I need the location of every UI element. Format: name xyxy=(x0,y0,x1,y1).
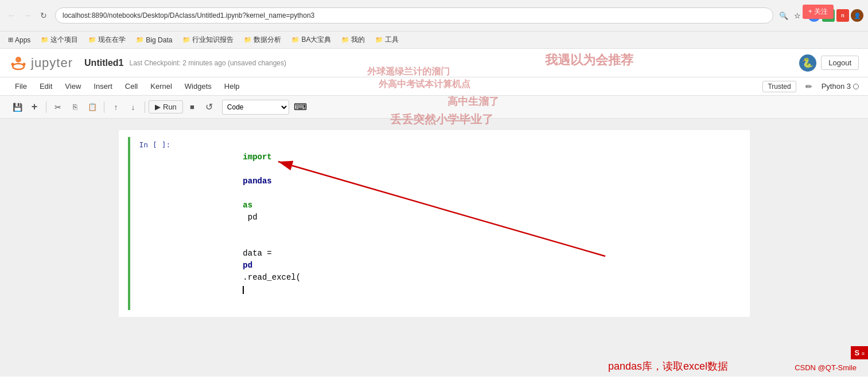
forward-button[interactable]: → xyxy=(21,9,34,22)
extension-icon-2[interactable]: n xyxy=(836,9,849,22)
cut-button[interactable]: ✂ xyxy=(50,99,66,115)
folder-icon-1: 📁 xyxy=(41,36,49,44)
jupyter-logo-text: jupyter xyxy=(31,56,73,70)
checkpoint-text: Last Checkpoint: 2 minutes ago (unsaved … xyxy=(130,59,287,67)
folder-icon-4: 📁 xyxy=(182,36,190,44)
menu-widgets[interactable]: Widgets xyxy=(179,80,217,93)
jupyter-menu-bar: File Edit View Insert Cell Kernel Widget… xyxy=(0,77,868,96)
trusted-badge: Trusted xyxy=(762,81,796,92)
bookmark-bigdata[interactable]: 📁 Big Data xyxy=(133,35,176,45)
bookmarks-bar: ⊞ Apps 📁 这个项目 📁 现在在学 📁 Big Data 📁 行业知识报告… xyxy=(0,32,868,49)
menu-help[interactable]: Help xyxy=(219,80,246,93)
bookmark-study[interactable]: 📁 现在在学 xyxy=(85,34,129,46)
jupyter-logo: jupyter xyxy=(9,54,73,72)
run-button[interactable]: ▶ Run xyxy=(149,100,183,113)
logout-button[interactable]: Logout xyxy=(821,56,859,70)
run-icon: ▶ xyxy=(155,103,161,111)
jupyter-logo-icon xyxy=(9,54,28,72)
nav-buttons: ← → ↻ xyxy=(5,9,50,22)
jupyter-header: jupyter Untitled1 Last Checkpoint: 2 min… xyxy=(0,49,868,77)
address-bar[interactable]: localhost:8890/notebooks/Desktop/DAclass… xyxy=(55,7,773,23)
jupyter-app: 我遇以为会推荐 外球遥绿兰计的溜门 外高中考试本计算机点 高中生溜了 丢丢突然小… xyxy=(0,49,868,377)
browser-bar: ← → ↻ localhost:8890/notebooks/Desktop/D… xyxy=(0,0,868,32)
save-button[interactable]: 💾 xyxy=(9,99,25,115)
cell-type-select[interactable]: Code Markdown Raw NBConvert Heading xyxy=(222,100,289,115)
move-up-button[interactable]: ↑ xyxy=(108,99,124,115)
bookmark-apps[interactable]: ⊞ Apps xyxy=(5,35,34,45)
paste-button[interactable]: 📋 xyxy=(84,99,100,115)
star-icon[interactable]: ☆ xyxy=(792,10,803,21)
menu-right: Trusted ✏ Python 3 xyxy=(762,80,859,93)
apps-grid-icon: ⊞ xyxy=(8,36,13,44)
copy-button[interactable]: ⎘ xyxy=(67,99,83,115)
folder-icon-6: 📁 xyxy=(291,36,299,44)
menu-file[interactable]: File xyxy=(9,80,33,93)
bookmark-mine[interactable]: 📁 我的 xyxy=(338,34,368,46)
toolbar-separator-3 xyxy=(145,101,145,113)
menu-edit[interactable]: Edit xyxy=(34,80,58,93)
notebook-container: In [ ]: import pandas as pd data = pd .r… xyxy=(119,130,750,317)
refresh-button[interactable]: ↻ xyxy=(37,9,50,22)
csdn-badge[interactable]: S ≡ xyxy=(851,346,868,359)
jupyter-header-right: 🐍 Logout xyxy=(799,54,859,72)
jupyter-toolbar: 💾 + ✂ ⎘ 📋 ↑ ↓ ▶ Run ■ ↺ Code Markdown Ra… xyxy=(0,96,868,119)
csdn-credit: CSDN @QT-Smile xyxy=(795,363,857,372)
code-line-1: import pandas as pd xyxy=(185,139,731,236)
bookmark-tools[interactable]: 📁 工具 xyxy=(372,34,402,46)
user-avatar[interactable]: 👤 xyxy=(851,9,863,22)
folder-icon-2: 📁 xyxy=(88,36,96,44)
cell-input[interactable]: import pandas as pd data = pd .read_exce… xyxy=(185,139,731,308)
keyboard-shortcuts-button[interactable]: ⌨ xyxy=(293,99,309,115)
module-pd: pd xyxy=(243,261,252,270)
notebook-title[interactable]: Untitled1 xyxy=(84,58,123,68)
kernel-status-icon xyxy=(853,84,859,89)
address-text: localhost:8890/notebooks/Desktop/DAclass… xyxy=(63,11,314,19)
module-pandas: pandas xyxy=(243,177,271,186)
code-cell[interactable]: In [ ]: import pandas as pd data = pd .r… xyxy=(128,137,741,310)
kernel-info: Python 3 xyxy=(822,82,859,91)
folder-icon-5: 📁 xyxy=(244,36,252,44)
menu-insert[interactable]: Insert xyxy=(88,80,118,93)
menu-view[interactable]: View xyxy=(59,80,87,93)
bookmark-data-analysis[interactable]: 📁 数据分析 xyxy=(240,34,285,46)
svg-point-3 xyxy=(23,62,26,65)
toolbar-separator-2 xyxy=(104,101,104,113)
bookmark-project[interactable]: 📁 这个项目 xyxy=(37,34,81,46)
keyword-as: as xyxy=(243,201,252,210)
svg-point-1 xyxy=(13,64,24,69)
toolbar-separator-1 xyxy=(46,101,46,113)
keyword-import: import xyxy=(243,152,271,162)
bookmark-ba[interactable]: 📁 BA大宝典 xyxy=(288,34,334,46)
kernel-label: Python 3 xyxy=(822,82,851,91)
cell-prompt: In [ ]: xyxy=(139,139,185,149)
code-line-2: data = pd .read_excel( xyxy=(185,236,731,308)
menu-cell[interactable]: Cell xyxy=(119,80,143,93)
add-cell-button[interactable]: + xyxy=(26,99,42,115)
search-icon[interactable]: 🔍 xyxy=(778,10,789,21)
menu-kernel[interactable]: Kernel xyxy=(145,80,178,93)
svg-point-2 xyxy=(11,62,14,65)
cursor xyxy=(243,286,244,294)
svg-point-0 xyxy=(15,57,21,62)
python-logo-icon: 🐍 xyxy=(799,54,816,72)
edit-pencil-icon[interactable]: ✏ xyxy=(800,80,818,93)
folder-icon-3: 📁 xyxy=(136,36,144,44)
jupyter-main: In [ ]: import pandas as pd data = pd .r… xyxy=(0,119,868,377)
follow-button[interactable]: + 关注 xyxy=(803,5,834,19)
folder-icon-8: 📁 xyxy=(375,36,383,44)
run-label: Run xyxy=(163,103,177,111)
back-button[interactable]: ← xyxy=(5,9,18,22)
interrupt-button[interactable]: ■ xyxy=(184,99,200,115)
bookmark-industry[interactable]: 📁 行业知识报告 xyxy=(179,34,237,46)
folder-icon-7: 📁 xyxy=(341,36,349,44)
restart-button[interactable]: ↺ xyxy=(201,99,217,115)
move-down-button[interactable]: ↓ xyxy=(125,99,141,115)
annotation-label: pandas库，读取excel数据 xyxy=(608,359,728,373)
